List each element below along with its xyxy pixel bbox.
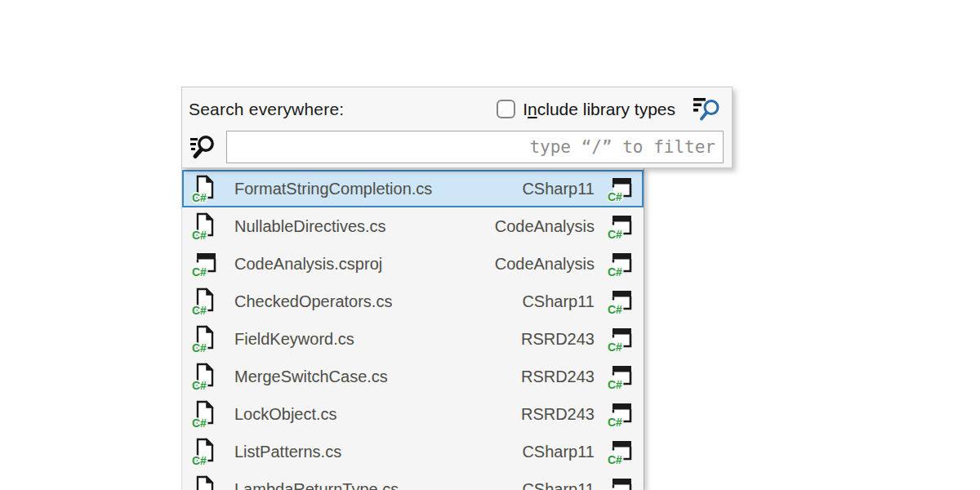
popup-header: Search everywhere: Include library types — [182, 87, 732, 131]
svg-text:C#: C# — [192, 379, 207, 391]
search-everywhere-popup: Search everywhere: Include library types — [181, 87, 733, 168]
file-name: CodeAnalysis.csproj — [234, 255, 382, 274]
list-item[interactable]: C# NullableDirectives.cs CodeAnalysis C# — [182, 207, 644, 245]
csharp-project-icon: C# — [608, 363, 634, 390]
checkbox-label-suffix: clude library types — [537, 100, 675, 118]
file-name: FormatStringCompletion.cs — [234, 180, 432, 198]
csharp-project-icon: C# — [608, 401, 634, 427]
csharp-project-icon: C# — [608, 476, 634, 490]
svg-text:C#: C# — [192, 229, 207, 241]
file-name: LambdaReturnType.cs — [234, 480, 399, 490]
search-row — [182, 131, 732, 163]
csharp-project-icon: C# — [608, 326, 634, 352]
search-input[interactable] — [226, 131, 724, 163]
file-name: FieldKeyword.cs — [234, 330, 354, 349]
project-name: CSharp11 — [522, 480, 595, 490]
csharp-file-icon: C# — [192, 174, 218, 203]
checkbox-label: Include library types — [523, 100, 675, 119]
svg-text:C#: C# — [192, 265, 207, 278]
file-name: ListPatterns.cs — [234, 443, 341, 461]
project-name: CSharp11 — [522, 292, 595, 311]
file-name: LockObject.cs — [234, 405, 337, 424]
search-everywhere-icon — [189, 132, 216, 162]
svg-text:C#: C# — [192, 416, 207, 429]
include-library-types-checkbox[interactable]: Include library types — [497, 100, 675, 119]
csharp-project-icon: C# — [608, 213, 634, 239]
project-name: CodeAnalysis — [495, 217, 595, 236]
project-name: RSRD243 — [521, 368, 595, 386]
list-item[interactable]: C# FormatStringCompletion.cs CSharp11 C# — [182, 170, 644, 207]
project-name: CSharp11 — [522, 180, 595, 198]
svg-text:C#: C# — [608, 303, 622, 314]
search-filter-icon[interactable] — [691, 96, 724, 123]
csharp-project-icon: C# — [608, 176, 634, 202]
csharp-file-icon: C# — [192, 399, 218, 429]
list-item[interactable]: C# ListPatterns.cs CSharp11 C# — [182, 433, 644, 470]
list-item[interactable]: C# LambdaReturnType.cs CSharp11 C# — [182, 470, 644, 490]
file-name: NullableDirectives.cs — [234, 217, 386, 236]
svg-text:C#: C# — [608, 190, 622, 202]
csharp-file-icon: C# — [192, 474, 218, 490]
svg-text:C#: C# — [608, 453, 622, 465]
csharp-project-icon: C# — [608, 288, 634, 314]
checkbox-box[interactable] — [497, 100, 515, 118]
svg-text:C#: C# — [192, 341, 207, 354]
svg-text:C#: C# — [608, 228, 622, 239]
project-name: RSRD243 — [521, 405, 595, 424]
csharp-file-icon: C# — [192, 212, 218, 241]
csharp-file-icon: C# — [192, 324, 218, 354]
project-name: CodeAnalysis — [495, 255, 595, 274]
svg-text:C#: C# — [608, 378, 622, 390]
checkbox-label-mnemonic: n — [528, 100, 537, 118]
csharp-project-icon: C# — [192, 249, 218, 278]
file-name: CheckedOperators.cs — [234, 292, 392, 311]
list-item[interactable]: C# CheckedOperators.cs CSharp11 C# — [182, 283, 644, 320]
list-item[interactable]: C# CodeAnalysis.csproj CodeAnalysis C# — [182, 245, 644, 283]
list-item[interactable]: C# MergeSwitchCase.cs RSRD243 C# — [182, 358, 644, 395]
project-name: CSharp11 — [522, 443, 595, 461]
csharp-project-icon: C# — [608, 439, 634, 465]
svg-text:C#: C# — [608, 265, 622, 277]
csharp-file-icon: C# — [192, 362, 218, 391]
svg-text:C#: C# — [608, 341, 622, 352]
svg-text:C#: C# — [192, 191, 207, 203]
csharp-file-icon: C# — [192, 287, 218, 316]
svg-text:C#: C# — [192, 304, 207, 316]
results-list[interactable]: C# FormatStringCompletion.cs CSharp11 C#… — [181, 168, 644, 490]
file-name: MergeSwitchCase.cs — [234, 368, 388, 386]
list-item[interactable]: C# LockObject.cs RSRD243 C# — [182, 395, 644, 433]
csharp-file-icon: C# — [192, 437, 218, 466]
svg-text:C#: C# — [192, 454, 207, 466]
list-item[interactable]: C# FieldKeyword.cs RSRD243 C# — [182, 320, 644, 358]
project-name: RSRD243 — [521, 330, 595, 349]
popup-title: Search everywhere: — [189, 100, 344, 119]
svg-text:C#: C# — [608, 416, 622, 427]
csharp-project-icon: C# — [608, 251, 634, 277]
